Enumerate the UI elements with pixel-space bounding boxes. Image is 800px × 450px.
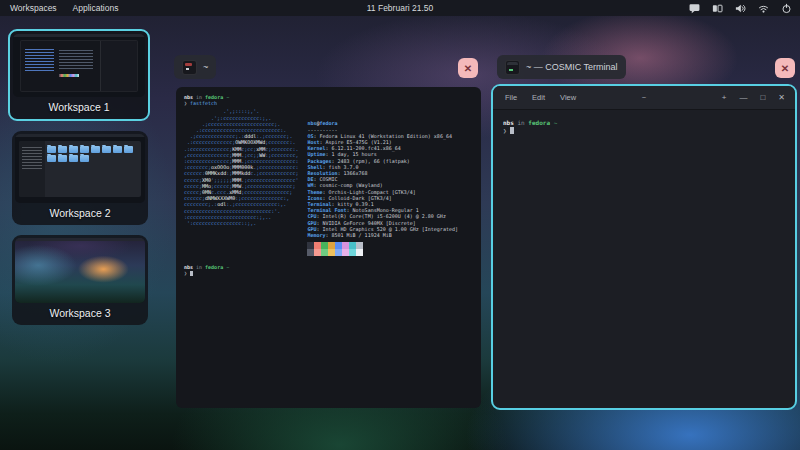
- file-menu[interactable]: File: [505, 93, 517, 102]
- mini-file-manager-window: [19, 141, 141, 198]
- terminal-cursor: [190, 271, 193, 276]
- cursor-line: ❯: [184, 270, 473, 276]
- mini-folder-icon: [102, 146, 111, 153]
- mini-window-divider: [100, 41, 101, 91]
- ascii-art-line: ':cccccccccccccccc::;,.: [184, 220, 298, 226]
- minimize-button[interactable]: —: [739, 94, 747, 102]
- mini-color-palette: [59, 74, 79, 77]
- wifi-icon[interactable]: [758, 3, 769, 14]
- palette-swatch: [321, 249, 328, 256]
- mini-folder-icon: [47, 146, 56, 153]
- workspace-3-preview: [15, 238, 145, 303]
- notifications-icon[interactable]: [689, 3, 700, 14]
- workspace-2-label: Workspace 2: [15, 203, 145, 222]
- applications-menu-button[interactable]: Applications: [73, 3, 119, 13]
- kitty-icon: [182, 60, 197, 75]
- mini-folder-icon: [80, 146, 89, 153]
- palette-swatch: [342, 249, 349, 256]
- window-controls: + — □ ✕: [722, 94, 785, 102]
- cosmic-terminal-icon: [505, 60, 520, 75]
- workspace-1-label: Workspace 1: [13, 97, 145, 116]
- kitty-window-title-pill[interactable]: ~: [174, 55, 216, 79]
- kitty-window-title: ~: [203, 62, 208, 72]
- mini-terminal-window: [20, 40, 139, 92]
- mini-folder-icon: [69, 146, 78, 153]
- mini-folder-icon: [47, 155, 56, 162]
- palette-swatch: [356, 242, 363, 249]
- panel-menus: Workspaces Applications: [0, 3, 118, 13]
- desktop-overview: Workspaces Applications 11 Februari 21.5…: [0, 0, 800, 450]
- fastfetch-info: nbs@fedora ---------- OS: Fedora Linux 4…: [307, 120, 458, 256]
- kitty-close-button[interactable]: ✕: [458, 58, 478, 78]
- volume-icon[interactable]: [735, 3, 746, 14]
- mini-sysinfo-text: [59, 50, 93, 71]
- terminal-cursor: [510, 127, 514, 134]
- palette-swatch: [328, 242, 335, 249]
- palette-swatch: [335, 249, 342, 256]
- fastfetch-output: .',;::::;,'. .';:cccccccccccc:;,. .;cccc…: [184, 108, 473, 256]
- palette-swatch: [307, 242, 314, 249]
- workspaces-menu-button[interactable]: Workspaces: [10, 3, 57, 13]
- cosmic-terminal-headerbar: File Edit View ~ + — □ ✕: [493, 86, 795, 110]
- mini-wallpaper: [15, 238, 145, 303]
- palette-swatch: [321, 242, 328, 249]
- edit-menu[interactable]: Edit: [532, 93, 545, 102]
- palette-swatch: [349, 249, 356, 256]
- mini-folder-icon: [113, 146, 122, 153]
- palette-swatch: [349, 242, 356, 249]
- palette-swatch: [314, 249, 321, 256]
- cosmic-terminal-content[interactable]: nbs in fedora ~ ❯: [493, 110, 795, 144]
- new-tab-button[interactable]: +: [722, 94, 727, 102]
- mini-file-manager-sidebar: [19, 141, 45, 198]
- terminal-tab[interactable]: ~: [642, 93, 646, 102]
- prompt-line: nbs in fedora ~: [503, 119, 785, 127]
- palette-swatch: [307, 249, 314, 256]
- maximize-button[interactable]: □: [760, 94, 765, 102]
- palette-swatch: [335, 242, 342, 249]
- palette-swatch: [356, 249, 363, 256]
- fastfetch-info-line: Memory: 8501 MiB / 11924 MiB: [307, 232, 458, 238]
- palette-swatch: [328, 249, 335, 256]
- mini-top-panel: [15, 134, 145, 137]
- cosmic-window-title-pill[interactable]: ~ — COSMIC Terminal: [497, 55, 626, 79]
- workspace-3-label: Workspace 3: [15, 303, 145, 322]
- workspace-thumbnail-2[interactable]: Workspace 2: [12, 131, 148, 225]
- mini-folder-icon: [58, 155, 67, 162]
- cosmic-window-title: ~ — COSMIC Terminal: [526, 62, 618, 72]
- mini-folder-icon: [91, 146, 100, 153]
- mini-folder-icon: [69, 155, 78, 162]
- tiling-icon[interactable]: [712, 3, 723, 14]
- mini-folder-icon: [124, 146, 133, 153]
- close-button[interactable]: ✕: [778, 94, 785, 102]
- kitty-terminal-window[interactable]: nbs in fedora ~ ❯ fastfetch .',;::::;,'.…: [176, 87, 481, 408]
- mini-top-panel: [13, 34, 145, 37]
- command-line: ❯ fastfetch: [184, 100, 473, 106]
- fastfetch-ascii: .',;::::;,'. .';:cccccccccccc:;,. .;cccc…: [184, 108, 298, 256]
- mini-folder-icon: [58, 146, 67, 153]
- workspace-2-preview: [15, 134, 145, 203]
- top-panel: Workspaces Applications 11 Februari 21.5…: [0, 0, 800, 16]
- palette-swatch: [342, 242, 349, 249]
- view-menu[interactable]: View: [560, 93, 576, 102]
- terminal-color-palette: [307, 242, 458, 256]
- workspace-thumbnail-3[interactable]: Workspace 3: [12, 235, 148, 325]
- workspace-1-preview: [13, 34, 145, 97]
- mini-cosmic-terminal: [100, 41, 137, 91]
- cosmic-menubar: File Edit View: [493, 93, 576, 102]
- mini-folder-grid: [47, 146, 139, 162]
- mini-folder-icon: [80, 155, 89, 162]
- cosmic-close-button[interactable]: ✕: [775, 58, 795, 78]
- cursor-line: ❯: [503, 127, 785, 135]
- mini-ascii-art: [25, 49, 54, 73]
- palette-swatch: [314, 242, 321, 249]
- system-tray: [689, 3, 792, 14]
- clock[interactable]: 11 Februari 21.50: [367, 3, 433, 13]
- power-icon[interactable]: [781, 3, 792, 14]
- workspace-thumbnail-1[interactable]: Workspace 1: [8, 29, 150, 121]
- mini-top-panel: [15, 238, 145, 241]
- cosmic-terminal-window[interactable]: File Edit View ~ + — □ ✕ nbs in fedora ~…: [491, 84, 797, 410]
